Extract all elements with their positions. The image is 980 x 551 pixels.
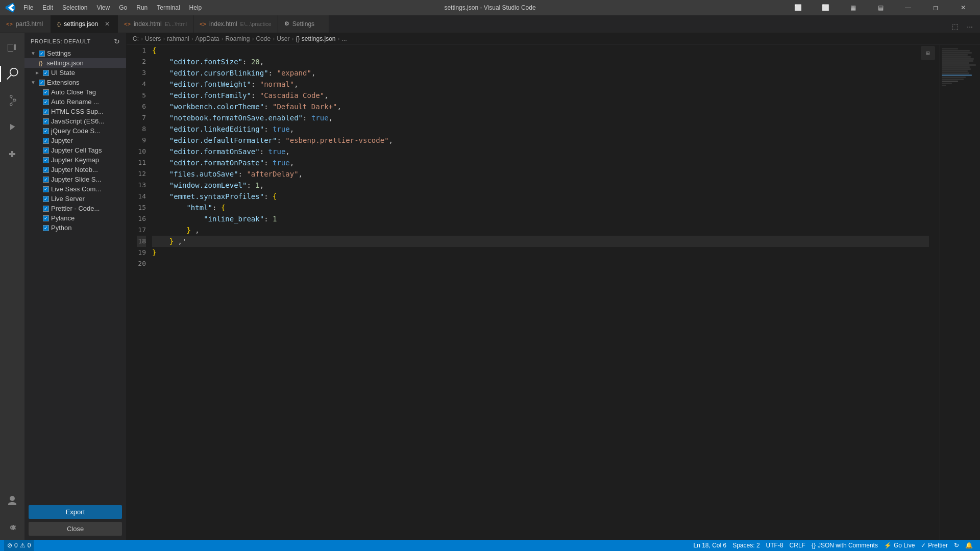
tree-extensions-root[interactable]: ▼ ✓ Extensions [24,78,126,87]
ext-html-css[interactable]: ✓ HTML CSS Sup... [24,107,126,116]
ext-checkbox[interactable]: ✓ [43,186,49,192]
code-content[interactable]: { "editor.fontSize": 20, "editor.cursorB… [152,45,939,540]
tree-settings-json[interactable]: {} settings.json [24,58,126,68]
breadcrumb-appdata[interactable]: AppData [195,35,219,42]
ext-checkbox[interactable]: ✓ [43,225,49,231]
breadcrumb-rahmani[interactable]: rahmani [167,35,189,42]
ext-live-server[interactable]: ✓ Live Server [24,194,126,204]
close-profiles-button[interactable]: Close [29,522,122,536]
code-line-1: { [152,45,929,56]
ext-checkbox[interactable]: ✓ [43,167,49,173]
ext-checkbox[interactable]: ✓ [43,99,49,105]
tab-vsc-settings[interactable]: ⚙ Settings [278,15,329,33]
activity-accounts[interactable] [0,489,24,513]
ext-checkbox[interactable]: ✓ [43,206,49,212]
tree-ui-state[interactable]: ► ✓ UI State [24,68,126,78]
editor-icon-1[interactable]: ⊞ [921,46,935,60]
breadcrumb-code[interactable]: Code [256,35,271,42]
ext-jupyter-cell[interactable]: ✓ Jupyter Cell Tags [24,145,126,155]
code-editor[interactable]: 1 2 3 4 5 6 7 8 9 10 11 12 13 14 15 16 1 [127,45,980,540]
menu-run[interactable]: Run [132,3,152,12]
ext-jupyter[interactable]: ✓ Jupyter [24,136,126,145]
tab-part3[interactable]: <> part3.html [0,15,51,33]
breadcrumb-file[interactable]: {} settings.json [296,35,335,42]
warning-icon: ⚠ [20,542,26,549]
tab-index-html[interactable]: <> index.html E\...\practice [193,15,278,33]
ext-jupyter-slide[interactable]: ✓ Jupyter Slide S... [24,174,126,184]
ext-javascript[interactable]: ✓ JavaScript (ES6... [24,116,126,126]
panel-toggle[interactable]: ▤ [869,0,892,15]
ext-prettier[interactable]: ✓ Prettier - Code... [24,204,126,213]
activity-settings[interactable] [0,515,24,540]
menu-help[interactable]: Help [185,3,206,12]
code-line-17: } , [152,224,929,236]
export-button[interactable]: Export [29,505,122,519]
menu-go[interactable]: Go [115,3,131,12]
ext-checkbox[interactable]: ✓ [43,118,49,124]
breadcrumb-roaming[interactable]: Roaming [225,35,250,42]
tab-index-practice[interactable]: <> index.html E\...\html [118,15,193,33]
breadcrumb-c[interactable]: C: [133,35,139,42]
status-line-ending[interactable]: CRLF [787,540,808,551]
split-editor-icon[interactable]: ⬚ [949,20,962,33]
ext-checkbox[interactable]: ✓ [43,215,49,221]
tab-suffix: E\...\practice [240,21,272,27]
ext-checkbox[interactable]: ✓ [43,128,49,134]
ext-checkbox[interactable]: ✓ [43,177,49,183]
activity-extensions[interactable] [0,141,24,166]
close-button[interactable]: ✕ [951,0,975,15]
ext-checkbox[interactable]: ✓ [43,157,49,163]
tree-settings-root[interactable]: ▼ ✓ Settings [24,48,126,58]
ext-checkbox[interactable]: ✓ [43,196,49,202]
line-num-9: 9 [137,135,146,146]
ext-checkbox[interactable]: ✓ [43,89,49,95]
activity-run-debug[interactable] [0,115,24,139]
line-num-18: 18 [137,236,146,247]
status-position[interactable]: Ln 18, Col 6 [690,540,729,551]
ext-live-sass[interactable]: ✓ Live Sass Com... [24,184,126,194]
more-tabs-icon[interactable]: ··· [964,20,976,33]
sidebar-toggle[interactable]: ▦ [841,0,865,15]
activity-explorer[interactable] [0,35,24,60]
breadcrumb-ellipsis[interactable]: ... [342,35,347,42]
maximize-button[interactable]: ◻ [924,0,947,15]
minimize-button[interactable]: — [896,0,920,15]
breadcrumb-users[interactable]: Users [145,35,161,42]
menu-file[interactable]: File [19,3,37,12]
menu-selection[interactable]: Selection [58,3,91,12]
go-live-label: Go Live [894,542,915,549]
status-go-live[interactable]: ⚡ Go Live [881,540,918,551]
refresh-icon[interactable]: ↻ [114,37,120,45]
status-spaces[interactable]: Spaces: 2 [729,540,763,551]
tab-close-icon[interactable]: ✕ [103,20,111,28]
ext-pylance[interactable]: ✓ Pylance [24,213,126,223]
menu-edit[interactable]: Edit [38,3,57,12]
settings-checkbox[interactable]: ✓ [39,51,45,57]
activity-source-control[interactable] [0,88,24,113]
ext-checkbox[interactable]: ✓ [43,138,49,144]
ext-auto-rename[interactable]: ✓ Auto Rename ... [24,97,126,107]
ext-jupyter-keymap[interactable]: ✓ Jupyter Keymap [24,155,126,165]
ui-state-checkbox[interactable]: ✓ [43,70,49,76]
ext-checkbox[interactable]: ✓ [43,147,49,154]
activity-search[interactable] [0,62,24,86]
menu-view[interactable]: View [92,3,114,12]
status-sync-icon[interactable]: ↻ [951,540,962,551]
breadcrumb-user[interactable]: User [277,35,289,42]
ext-python[interactable]: ✓ Python [24,223,126,233]
status-encoding[interactable]: UTF-8 [763,540,787,551]
status-errors[interactable]: ⊘ 0 ⚠ 0 [4,540,34,551]
status-bell-icon[interactable]: 🔔 [962,540,976,551]
status-prettier[interactable]: ✓ Prettier [918,540,951,551]
prettier-label: Prettier [928,542,948,549]
ext-auto-close-tag[interactable]: ✓ Auto Close Tag [24,87,126,97]
ext-jupyter-noteb[interactable]: ✓ Jupyter Noteb... [24,165,126,174]
tab-settings-json[interactable]: {} settings.json ✕ [51,15,118,33]
extensions-checkbox[interactable]: ✓ [39,80,45,86]
status-language[interactable]: {} JSON with Comments [808,540,881,551]
ext-jquery[interactable]: ✓ jQuery Code S... [24,126,126,136]
menu-terminal[interactable]: Terminal [153,3,184,12]
split-icon[interactable]: ⬜ [814,0,837,15]
ext-checkbox[interactable]: ✓ [43,109,49,115]
layout-icon[interactable]: ⬜ [786,0,810,15]
